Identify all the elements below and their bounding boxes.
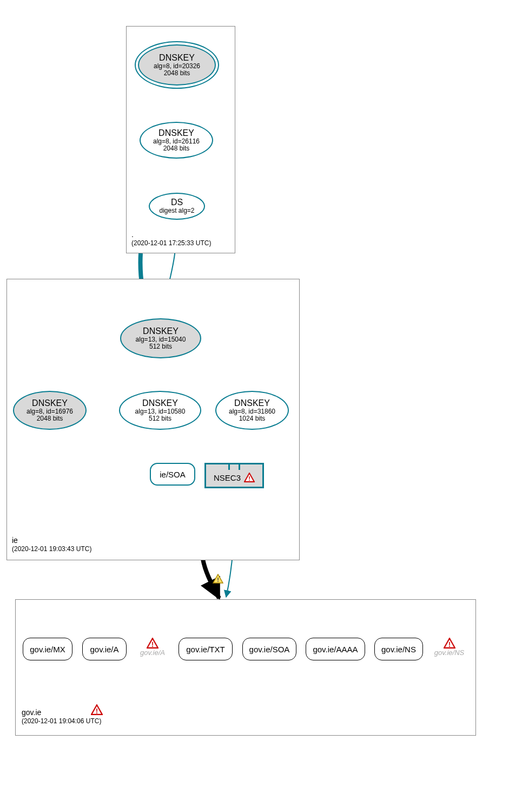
error-icon: ! xyxy=(91,704,103,717)
svg-text:!: ! xyxy=(96,708,98,715)
rr-govie-ns: gov.ie/NS xyxy=(374,638,423,660)
zone-govie-label: gov.ie (2020-12-01 19:04:06 UTC) xyxy=(22,708,130,725)
node-root-ds: DS digest alg=2 xyxy=(149,193,205,220)
svg-text:!: ! xyxy=(151,641,154,649)
ghost-govie-ns: ! gov.ie/NS xyxy=(432,638,467,657)
node-root-zsk: DNSKEY alg=8, id=26116 2048 bits xyxy=(140,122,213,159)
rr-govie-mx: gov.ie/MX xyxy=(23,638,72,660)
rr-govie-txt: gov.ie/TXT xyxy=(179,638,233,660)
node-ie-zsk-b: DNSKEY alg=13, id=10580 512 bits xyxy=(119,391,201,430)
ghost-govie-a: ! gov.ie/A xyxy=(136,638,169,657)
rr-govie-aaaa: gov.ie/AAAA xyxy=(306,638,365,660)
rr-govie-a: gov.ie/A xyxy=(82,638,127,660)
zone-ie-timestamp: (2020-12-01 19:03:43 UTC) xyxy=(12,545,91,553)
zone-root-label: . (2020-12-01 17:25:33 UTC) xyxy=(131,230,211,247)
zone-govie-name: gov.ie xyxy=(22,708,41,717)
svg-text:!: ! xyxy=(217,577,219,583)
node-nsec3: NSEC3 ! xyxy=(204,467,264,488)
rr-govie-soa: gov.ie/SOA xyxy=(242,638,296,660)
zone-ie-label: ie (2020-12-01 19:03:43 UTC) xyxy=(12,536,91,553)
zone-govie-timestamp: (2020-12-01 19:04:06 UTC) xyxy=(22,717,130,725)
warning-icon: ! xyxy=(213,574,223,585)
node-ie-zsk-a: DNSKEY alg=8, id=16976 2048 bits xyxy=(13,391,87,430)
error-icon: ! xyxy=(244,473,255,482)
svg-text:!: ! xyxy=(448,641,450,649)
zone-root-timestamp: (2020-12-01 17:25:33 UTC) xyxy=(131,239,211,247)
zone-ie-name: ie xyxy=(12,536,91,545)
svg-text:!: ! xyxy=(248,475,250,482)
node-ie-soa: ie/SOA xyxy=(150,463,195,486)
node-ie-ksk: DNSKEY alg=13, id=15040 512 bits xyxy=(120,318,201,358)
node-ie-zsk-c: DNSKEY alg=8, id=31860 1024 bits xyxy=(215,391,289,430)
zone-root-name: . xyxy=(131,230,211,239)
node-root-ksk: DNSKEY alg=8, id=20326 2048 bits xyxy=(138,44,216,86)
